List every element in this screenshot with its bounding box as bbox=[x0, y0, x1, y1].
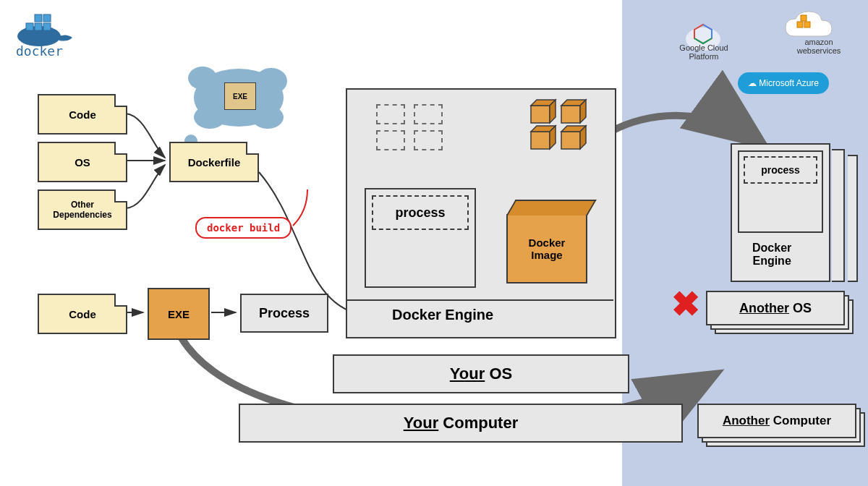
slot-1 bbox=[376, 104, 405, 124]
azure-logo: ☁ Microsoft Azure bbox=[738, 72, 829, 94]
doc-deps-label: Other Dependencies bbox=[53, 200, 111, 220]
another-os-bar: Another OS bbox=[706, 291, 845, 325]
svg-rect-5 bbox=[43, 14, 51, 22]
docker-image: Docker Image bbox=[506, 214, 587, 284]
svg-rect-17 bbox=[797, 22, 803, 27]
svg-rect-1 bbox=[26, 23, 33, 30]
svg-rect-4 bbox=[35, 14, 42, 22]
diagram-stage: docker Code OS Other Dependencies Docker… bbox=[0, 0, 868, 486]
svg-rect-19 bbox=[801, 15, 807, 21]
svg-rect-21 bbox=[561, 106, 580, 123]
dockerfile-label: Dockerfile bbox=[188, 156, 241, 169]
doc-deps: Other Dependencies bbox=[38, 189, 127, 230]
your-computer-bar: Your Computer bbox=[239, 404, 683, 443]
remote-process-inner: process bbox=[744, 156, 817, 184]
svg-point-7 bbox=[188, 67, 217, 90]
svg-rect-22 bbox=[531, 132, 550, 149]
svg-point-8 bbox=[255, 68, 287, 94]
mini-cubes bbox=[525, 98, 605, 156]
red-x-icon: ✖ bbox=[671, 284, 700, 324]
cmd-build: docker build bbox=[195, 217, 292, 239]
slot-3 bbox=[376, 130, 405, 150]
doc-code: Code bbox=[38, 94, 127, 135]
svg-rect-18 bbox=[804, 22, 810, 27]
exe-thought: EXE bbox=[224, 82, 256, 110]
svg-point-10 bbox=[252, 106, 284, 129]
slot-2 bbox=[414, 104, 443, 124]
svg-rect-23 bbox=[561, 132, 580, 149]
docker-engine-label: Docker Engine bbox=[392, 307, 493, 323]
your-os-bar: Your OS bbox=[333, 354, 629, 393]
gcp-logo: Google Cloud Platform bbox=[673, 43, 735, 61]
another-computer-bar: Another Computer bbox=[697, 404, 856, 438]
exe-box: EXE bbox=[148, 288, 210, 340]
process-box: Process bbox=[240, 294, 328, 333]
process-inner: process bbox=[372, 195, 469, 230]
slot-4 bbox=[414, 130, 443, 150]
docker-logo-text: docker bbox=[16, 43, 63, 59]
svg-rect-2 bbox=[35, 23, 42, 30]
doc-code-label: Code bbox=[69, 108, 96, 121]
doc-os-label: OS bbox=[75, 156, 90, 169]
aws-logo: amazon webservices bbox=[783, 38, 855, 55]
svg-rect-20 bbox=[531, 106, 550, 123]
svg-point-9 bbox=[194, 106, 226, 129]
remote-engine-label: Docker Engine bbox=[752, 242, 791, 268]
doc-os: OS bbox=[38, 142, 127, 182]
svg-rect-3 bbox=[43, 23, 51, 30]
doc-code2: Code bbox=[38, 294, 127, 334]
doc-dockerfile: Dockerfile bbox=[169, 142, 259, 182]
